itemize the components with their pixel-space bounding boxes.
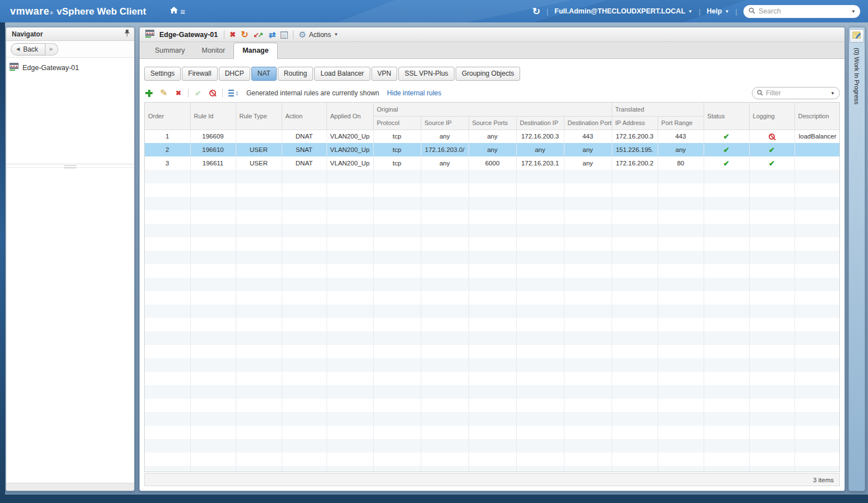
empty-row — [145, 304, 840, 318]
column-header-status[interactable]: Status — [704, 103, 749, 130]
edit-rule-button[interactable]: ✎ — [159, 88, 169, 98]
manage-subtabs: SettingsFirewallDHCPNATRoutingLoad Balan… — [144, 67, 840, 81]
empty-cell — [704, 318, 749, 331]
delete-rule-button[interactable]: ✖ — [173, 88, 183, 98]
global-search[interactable]: ▼ — [743, 5, 860, 18]
empty-cell — [373, 304, 421, 318]
column-header-ip_address[interactable]: IP Address — [612, 116, 658, 130]
empty-cell — [516, 426, 564, 439]
column-header-description[interactable]: Description — [794, 103, 840, 130]
cell-destination_ports: 443 — [564, 130, 612, 143]
tab-manage[interactable]: Manage — [233, 43, 278, 59]
empty-cell — [282, 251, 327, 264]
hide-internal-rules-link[interactable]: Hide internal rules — [387, 89, 442, 97]
subtab-settings[interactable]: Settings — [144, 67, 181, 81]
actions-menu[interactable]: ⚙ Actions ▼ — [298, 30, 338, 39]
refresh-icon[interactable]: ↻ — [532, 6, 540, 17]
table-row[interactable]: 1196609DNATVLAN200_Uptcpanyany172.16.200… — [145, 130, 840, 143]
help-menu[interactable]: Help ▼ — [707, 7, 729, 15]
empty-cell — [469, 331, 516, 345]
empty-cell — [145, 345, 190, 358]
change-icon[interactable]: ⇄ — [269, 30, 276, 39]
items-count: 3 items — [813, 477, 834, 483]
column-header-destination_ports[interactable]: Destination Ports — [564, 116, 612, 130]
filter-box[interactable]: ▼ — [752, 87, 840, 99]
column-group-translated[interactable]: Translated — [612, 103, 704, 116]
empty-cell — [145, 385, 190, 399]
disable-rule-button[interactable] — [208, 88, 218, 98]
chevron-down-icon[interactable]: ▼ — [851, 9, 856, 14]
actions-label: Actions — [309, 31, 331, 39]
column-header-source_ports[interactable]: Source Ports — [469, 116, 516, 130]
empty-cell — [516, 237, 564, 251]
search-input[interactable] — [759, 7, 851, 15]
add-rule-button[interactable] — [144, 88, 154, 98]
tab-summary[interactable]: Summary — [146, 43, 193, 58]
filter-input[interactable] — [766, 89, 830, 97]
empty-cell — [749, 399, 794, 412]
cell-logging: ✔ — [749, 156, 794, 170]
subtab-vpn[interactable]: VPN — [371, 67, 398, 81]
redeploy-icon[interactable]: ↻ — [241, 30, 248, 39]
navigator-splitter[interactable] — [6, 164, 134, 168]
empty-cell — [658, 426, 704, 439]
subtab-routing[interactable]: Routing — [278, 67, 313, 81]
cell-destination_ip: 172.16.203.1 — [516, 156, 564, 170]
cell-ip_address: 172.16.200.2 — [612, 156, 658, 170]
empty-cell — [516, 399, 564, 412]
chevron-down-icon[interactable]: ▼ — [830, 91, 835, 96]
home-button[interactable]: ≡ — [169, 6, 185, 16]
subtab-nat[interactable]: NAT — [251, 67, 277, 81]
empty-cell — [749, 197, 794, 210]
column-header-rule_type[interactable]: Rule Type — [236, 103, 282, 130]
subtab-dhcp[interactable]: DHCP — [219, 67, 250, 81]
tab-monitor[interactable]: Monitor — [193, 43, 233, 58]
subtab-firewall[interactable]: Firewall — [182, 67, 217, 81]
forward-button[interactable]: ▶ — [45, 43, 58, 56]
column-header-rule_id[interactable]: Rule Id — [190, 103, 236, 130]
tree-item-edge-gateway[interactable]: Edge-Gateway-01 — [10, 63, 131, 72]
empty-cell — [469, 251, 516, 264]
column-header-logging[interactable]: Logging — [749, 103, 794, 130]
pin-icon[interactable] — [125, 29, 130, 39]
column-header-action[interactable]: Action — [282, 103, 327, 130]
delete-object-icon[interactable]: ✖ — [229, 31, 236, 38]
table-row[interactable]: 3196611USERDNATVLAN200_Uptcpany6000172.1… — [145, 156, 840, 170]
column-header-protocol[interactable]: Protocol — [373, 116, 421, 130]
force-sync-icon[interactable]: ↙↗ — [254, 31, 264, 38]
cell-applied_on: VLAN200_Up — [327, 156, 373, 170]
column-header-destination_ip[interactable]: Destination IP — [516, 116, 564, 130]
search-icon — [748, 6, 755, 16]
column-header-source_ip[interactable]: Source IP — [421, 116, 469, 130]
show-internal-rules-button[interactable]: ↕ — [227, 88, 240, 98]
back-button[interactable]: ◀ Back — [11, 43, 45, 56]
empty-cell — [612, 358, 658, 372]
column-header-port_range[interactable]: Port Range — [658, 116, 704, 130]
empty-cell — [282, 345, 327, 358]
table-row[interactable]: 2196610USERSNATVLAN200_Uptcp172.16.203.0… — [145, 143, 840, 156]
empty-cell — [421, 399, 469, 412]
empty-cell — [421, 318, 469, 331]
subtab-ssl-vpn-plus[interactable]: SSL VPN-Plus — [398, 67, 454, 81]
work-in-progress-button[interactable] — [849, 29, 864, 43]
divider — [188, 89, 189, 98]
subtab-grouping-objects[interactable]: Grouping Objects — [456, 67, 520, 81]
user-menu[interactable]: Full.Admin@THECLOUDXPERT.LOCAL ▼ — [554, 7, 692, 15]
check-icon: ✔ — [723, 146, 729, 154]
empty-cell — [658, 278, 704, 291]
empty-cell — [190, 251, 236, 264]
empty-cell — [327, 251, 373, 264]
enable-rule-button[interactable]: ✔ — [193, 88, 203, 98]
empty-row — [145, 426, 840, 439]
empty-cell — [327, 237, 373, 251]
empty-cell — [704, 197, 749, 210]
empty-cell — [516, 412, 564, 426]
subtab-load-balancer[interactable]: Load Balancer — [314, 67, 370, 81]
empty-cell — [658, 197, 704, 210]
notepad-icon[interactable] — [281, 31, 288, 39]
empty-cell — [704, 372, 749, 385]
empty-cell — [190, 224, 236, 237]
column-group-original[interactable]: Original — [373, 103, 612, 116]
column-header-order[interactable]: Order — [145, 103, 190, 130]
column-header-applied_on[interactable]: Applied On — [327, 103, 373, 130]
